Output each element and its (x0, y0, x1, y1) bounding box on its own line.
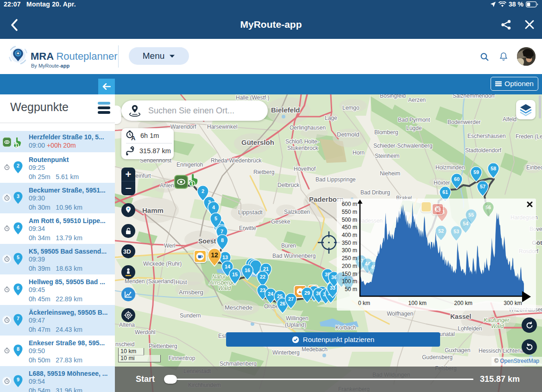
svg-text:60: 60 (454, 176, 460, 182)
svg-text:Salzhemmendorf: Salzhemmendorf (453, 94, 495, 99)
svg-text:Kassel: Kassel (450, 313, 471, 320)
svg-text:27: 27 (288, 296, 294, 302)
svg-text:Lohfelden: Lohfelden (458, 325, 482, 332)
svg-text:A: A (131, 135, 136, 141)
svg-text:Lemgo: Lemgo (342, 105, 359, 111)
svg-text:Stukenbrock: Stukenbrock (287, 145, 319, 151)
svg-text:Schloß Holte-: Schloß Holte- (285, 138, 319, 145)
svg-text:Einbeck: Einbeck (526, 164, 542, 171)
svg-text:Gütersloh: Gütersloh (241, 138, 274, 146)
svg-text:(Upland): (Upland) (285, 322, 306, 328)
svg-text:59: 59 (473, 169, 479, 175)
svg-text:2: 2 (17, 163, 19, 168)
svg-text:Alfeld: Alfeld (503, 116, 517, 123)
svg-text:7: 7 (221, 229, 223, 234)
svg-text:50 m: 50 m (345, 286, 357, 292)
svg-text:2: 2 (202, 188, 204, 194)
svg-text:350 m: 350 m (342, 240, 357, 246)
svg-text:200 km: 200 km (454, 300, 472, 306)
svg-text:Warendorf: Warendorf (170, 124, 196, 130)
svg-text:61: 61 (442, 189, 448, 195)
svg-text:Lippstadt: Lippstadt (238, 209, 263, 216)
svg-text:Wald: Wald (491, 323, 504, 330)
svg-text:Horn: Horn (353, 149, 365, 156)
svg-text:Medebach: Medebach (302, 346, 328, 353)
svg-text:Steinheim: Steinheim (375, 153, 399, 159)
svg-text:Hövelhof: Hövelhof (294, 166, 316, 172)
svg-text:Arnsberg: Arnsberg (179, 289, 203, 296)
svg-text:Bad Driburg: Bad Driburg (360, 189, 390, 196)
svg-text:57: 57 (480, 184, 485, 189)
svg-text:Aerzen: Aerzen (408, 97, 426, 103)
svg-text:Salzkotten: Salzkotten (284, 209, 310, 215)
svg-text:Guxhagen: Guxhagen (445, 347, 470, 354)
svg-text:Bad Wünnenberg: Bad Wünnenberg (272, 253, 315, 259)
svg-text:1: 1 (15, 143, 18, 148)
svg-text:Schmallenberg: Schmallenberg (220, 361, 257, 367)
svg-text:Meschede: Meschede (225, 304, 252, 311)
svg-text:Nieheim: Nieheim (380, 170, 400, 177)
svg-text:unatal: unatal (440, 331, 455, 337)
svg-text:Hüst: Hüst (176, 279, 187, 286)
svg-text:100 km: 100 km (408, 300, 426, 306)
svg-text:550 m: 550 m (342, 209, 357, 215)
svg-text:22: 22 (260, 274, 265, 280)
svg-text:Bad Lippspringe: Bad Lippspringe (315, 176, 356, 183)
svg-text:Bodenwerder: Bodenwerder (447, 119, 480, 125)
svg-text:3: 3 (17, 193, 19, 199)
svg-text:Delbrück: Delbrück (277, 182, 300, 188)
svg-text:Sundern: Sundern (180, 312, 201, 319)
svg-text:Gudensberg: Gudensberg (422, 354, 453, 361)
svg-text:9: 9 (17, 377, 19, 382)
svg-text:Erwitte: Erwitte (239, 225, 256, 231)
svg-text:Lage: Lage (325, 115, 337, 121)
svg-text:4: 4 (17, 224, 19, 230)
svg-text:Holzminden: Holzminden (435, 164, 465, 171)
svg-text:12: 12 (211, 251, 218, 259)
svg-text:Detmold: Detmold (337, 131, 359, 138)
svg-text:Werl: Werl (164, 243, 175, 249)
svg-text:Ahlen: Ahlen (160, 182, 174, 189)
svg-text:29: 29 (304, 290, 310, 296)
svg-text:Wald: Wald (218, 285, 231, 292)
svg-text:Altena: Altena (119, 322, 135, 328)
svg-text:Schieder-Schwalenberg: Schieder-Schwalenberg (373, 143, 432, 149)
svg-text:Winterberg: Winterberg (272, 349, 300, 356)
svg-text:0 km: 0 km (358, 300, 370, 306)
svg-text:Menden (Sauerland): Menden (Sauerland) (125, 278, 175, 285)
svg-text:Willingen: Willingen (286, 315, 309, 322)
svg-text:Finnentrop: Finnentrop (169, 355, 195, 361)
svg-text:Eschershausen: Eschershausen (467, 133, 506, 139)
svg-text:Halle (Westf.): Halle (Westf.) (236, 94, 269, 101)
svg-text:13: 13 (222, 255, 228, 260)
svg-text:250 m: 250 m (342, 255, 357, 261)
svg-text:Wolfhagen: Wolfhagen (387, 311, 413, 317)
svg-text:400 m: 400 m (342, 232, 357, 238)
svg-text:500 m: 500 m (342, 217, 357, 223)
svg-text:3D: 3D (123, 248, 131, 255)
svg-text:teinfurt: teinfurt (134, 173, 151, 179)
svg-text:7: 7 (17, 316, 19, 321)
svg-text:Bösingfeld: Bösingfeld (380, 94, 406, 99)
svg-text:nscheid: nscheid (115, 341, 134, 348)
svg-text:16: 16 (245, 268, 250, 273)
svg-text:Hamm: Hamm (142, 206, 164, 214)
svg-text:1: 1 (191, 181, 194, 187)
svg-text:450 m: 450 m (342, 224, 357, 230)
svg-text:Bad Pyrmont: Bad Pyrmont (398, 117, 430, 123)
svg-text:5: 5 (17, 255, 19, 260)
svg-text:58: 58 (491, 166, 496, 171)
svg-text:Geseke: Geseke (271, 218, 290, 225)
svg-text:8: 8 (17, 346, 19, 352)
svg-text:Hessisch Lichtenau: Hessisch Lichtenau (479, 348, 527, 354)
svg-text:Ennigerloh: Ennigerloh (176, 162, 203, 168)
svg-text:Büren: Büren (281, 243, 296, 249)
svg-text:6: 6 (17, 285, 19, 291)
svg-text:Blomberg: Blomberg (374, 129, 398, 136)
svg-text:300 km: 300 km (504, 300, 522, 306)
svg-text:100 m: 100 m (342, 278, 357, 285)
svg-text:300 m: 300 m (342, 247, 357, 254)
svg-text:Korbach: Korbach (335, 324, 356, 331)
svg-text:200 m: 200 m (342, 263, 357, 269)
svg-text:Rheda-Wiedenbrück: Rheda-Wiedenbrück (211, 157, 262, 164)
